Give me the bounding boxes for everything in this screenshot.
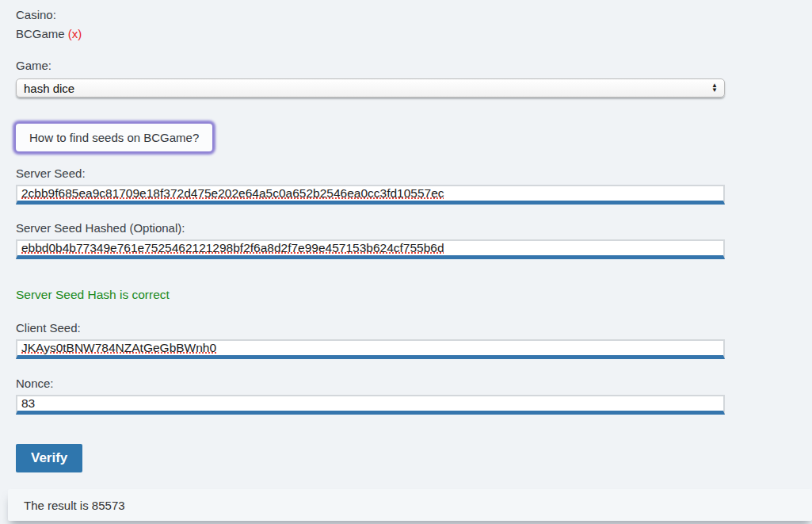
- result-box: The result is 85573: [8, 489, 812, 521]
- client-seed-input[interactable]: [16, 339, 725, 359]
- verifier-form: Casino: BCGame(x) Game: hash dice ▲ ▼ Ho…: [0, 0, 725, 472]
- game-select[interactable]: hash dice: [16, 78, 725, 98]
- casino-name: BCGame: [16, 27, 65, 40]
- how-to-find-seeds-button[interactable]: How to find seeds on BCGame?: [16, 124, 212, 151]
- client-seed-label: Client Seed:: [16, 321, 725, 335]
- server-seed-hashed-label: Server Seed Hashed (Optional):: [16, 221, 725, 235]
- result-text: The result is 85573: [24, 499, 125, 512]
- server-seed-label: Server Seed:: [16, 166, 725, 181]
- server-seed-hashed-input[interactable]: [16, 239, 725, 259]
- nonce-label: Nonce:: [16, 377, 725, 391]
- remove-casino-button[interactable]: (x): [68, 27, 82, 40]
- game-select-wrap: hash dice ▲ ▼: [16, 78, 725, 98]
- server-seed-input[interactable]: [16, 185, 725, 205]
- game-label: Game:: [16, 59, 725, 73]
- verify-button[interactable]: Verify: [16, 444, 82, 472]
- casino-row: BCGame(x): [16, 27, 725, 41]
- hash-correct-status: Server Seed Hash is correct: [16, 288, 725, 302]
- casino-label: Casino:: [16, 8, 725, 22]
- nonce-input[interactable]: [16, 395, 725, 415]
